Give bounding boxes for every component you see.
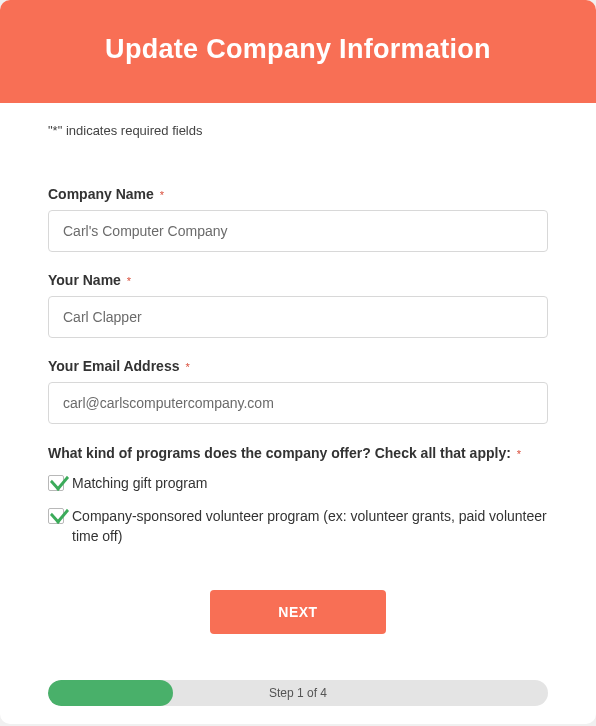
field-company-name: Company Name * xyxy=(48,186,548,252)
progress-bar: Step 1 of 4 xyxy=(48,680,548,706)
next-button[interactable]: NEXT xyxy=(210,590,386,634)
field-email: Your Email Address * xyxy=(48,358,548,424)
your-name-input[interactable] xyxy=(48,296,548,338)
program-option-1-text: Company-sponsored volunteer program (ex:… xyxy=(72,507,548,546)
required-star: * xyxy=(517,448,521,460)
program-option-0: Matching gift program xyxy=(48,474,548,494)
required-star: * xyxy=(185,361,189,373)
required-star: * xyxy=(160,189,164,201)
checkbox-volunteer-program[interactable] xyxy=(48,508,64,524)
form-header: Update Company Information xyxy=(0,0,596,103)
your-name-label-text: Your Name xyxy=(48,272,121,288)
your-name-label: Your Name * xyxy=(48,272,548,288)
required-note: "*" indicates required fields xyxy=(48,123,548,138)
required-star: * xyxy=(127,275,131,287)
email-label-text: Your Email Address xyxy=(48,358,179,374)
company-name-label-text: Company Name xyxy=(48,186,154,202)
progress-text: Step 1 of 4 xyxy=(48,680,548,706)
company-name-input[interactable] xyxy=(48,210,548,252)
field-your-name: Your Name * xyxy=(48,272,548,338)
program-option-0-text: Matching gift program xyxy=(72,474,207,494)
button-row: NEXT xyxy=(48,590,548,634)
page-title: Update Company Information xyxy=(20,34,576,65)
email-input[interactable] xyxy=(48,382,548,424)
form-body: "*" indicates required fields Company Na… xyxy=(0,103,596,680)
email-label: Your Email Address * xyxy=(48,358,548,374)
company-name-label: Company Name * xyxy=(48,186,548,202)
checkbox-matching-gift[interactable] xyxy=(48,475,64,491)
programs-label: What kind of programs does the company o… xyxy=(48,444,548,464)
program-option-1: Company-sponsored volunteer program (ex:… xyxy=(48,507,548,546)
field-programs: What kind of programs does the company o… xyxy=(48,444,548,546)
form-card: Update Company Information "*" indicates… xyxy=(0,0,596,724)
programs-label-text: What kind of programs does the company o… xyxy=(48,445,511,461)
